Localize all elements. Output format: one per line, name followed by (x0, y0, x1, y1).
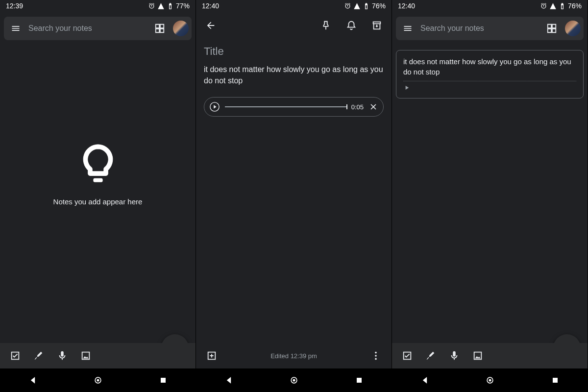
status-battery-pct: 76% (372, 2, 386, 10)
signal-icon (353, 2, 361, 10)
alarm-icon (344, 2, 351, 10)
nav-recent-icon[interactable] (550, 375, 560, 385)
profile-avatar[interactable] (565, 21, 581, 36)
svg-rect-0 (93, 178, 102, 182)
search-placeholder: Search your notes (420, 24, 539, 33)
pane-notes-empty: 12:39 77% Search your notes Notes you ad… (0, 0, 196, 392)
battery-icon (167, 2, 174, 10)
play-icon[interactable] (209, 101, 220, 112)
lightbulb-icon (78, 144, 118, 188)
grid-view-icon[interactable] (546, 23, 557, 34)
search-bar[interactable]: Search your notes (396, 17, 584, 40)
nav-home-icon[interactable] (289, 375, 299, 385)
checklist-button[interactable] (5, 345, 25, 366)
editor-body[interactable]: Title it does not matter how slowly you … (196, 39, 392, 343)
battery-icon (363, 2, 370, 10)
status-bar: 12:39 77% (0, 0, 196, 12)
play-small-icon (403, 84, 410, 91)
status-icons: 76% (540, 2, 582, 10)
status-icons: 77% (148, 2, 190, 10)
svg-point-11 (375, 358, 377, 360)
status-battery-pct: 76% (568, 2, 582, 10)
status-icons: 76% (344, 2, 386, 10)
pane-notes-list: 12:40 76% Search your notes it does not … (392, 0, 588, 392)
voice-note-button[interactable] (52, 345, 73, 366)
archive-button[interactable] (366, 15, 388, 36)
nav-recent-icon[interactable] (354, 375, 364, 385)
alarm-icon (540, 2, 547, 10)
image-note-button[interactable] (75, 345, 96, 366)
note-card-audio-indicator (403, 81, 576, 93)
status-bar: 12:40 76% (392, 0, 588, 12)
battery-icon (559, 2, 566, 10)
image-note-button[interactable] (467, 345, 488, 366)
draw-button[interactable] (28, 345, 49, 366)
notes-scroll-area: it does not matter how slowly you go as … (392, 45, 588, 343)
signal-icon (157, 2, 165, 10)
svg-point-9 (375, 352, 377, 354)
svg-rect-7 (161, 378, 166, 383)
draw-button[interactable] (420, 345, 441, 366)
edited-timestamp: Edited 12:39 pm (270, 352, 317, 360)
back-button[interactable] (200, 15, 221, 36)
nav-recent-icon[interactable] (158, 375, 168, 385)
status-bar: 12:40 76% (196, 0, 392, 12)
note-card-text: it does not matter how slowly you go as … (403, 56, 576, 77)
status-time: 12:40 (398, 2, 415, 10)
android-navbar (392, 368, 588, 392)
alarm-icon (148, 2, 155, 10)
android-navbar (196, 368, 392, 392)
nav-home-icon[interactable] (93, 375, 103, 385)
svg-point-20 (489, 379, 491, 382)
empty-message: Notes you add appear here (53, 197, 143, 206)
nav-back-icon[interactable] (224, 375, 234, 385)
bottom-action-bar (0, 343, 196, 368)
note-card[interactable]: it does not matter how slowly you go as … (396, 50, 584, 98)
empty-state: Notes you add appear here (0, 25, 196, 323)
svg-rect-21 (553, 378, 558, 383)
android-navbar (0, 368, 196, 392)
reminder-button[interactable] (341, 15, 362, 36)
pane-note-editor: 12:40 76% Title it does not matter how s… (196, 0, 392, 392)
bottom-action-bar (392, 343, 588, 368)
voice-note-button[interactable] (444, 345, 465, 366)
svg-rect-14 (357, 378, 362, 383)
editor-toolbar (196, 12, 392, 39)
audio-clip: 0:05 (204, 97, 384, 117)
checklist-button[interactable] (397, 345, 417, 366)
nav-back-icon[interactable] (420, 375, 430, 385)
nav-back-icon[interactable] (28, 375, 38, 385)
status-time: 12:40 (202, 2, 219, 10)
add-attachment-button[interactable] (203, 347, 220, 365)
signal-icon (549, 2, 557, 10)
title-input[interactable]: Title (204, 41, 384, 62)
hamburger-icon[interactable] (403, 24, 413, 33)
audio-progress[interactable] (225, 106, 346, 107)
pin-button[interactable] (315, 15, 337, 36)
audio-duration: 0:05 (351, 103, 364, 111)
nav-home-icon[interactable] (485, 375, 495, 385)
editor-bottom-bar: Edited 12:39 pm (196, 343, 392, 368)
note-body-text[interactable]: it does not matter how slowly you go as … (204, 62, 384, 88)
overflow-menu-button[interactable] (367, 347, 385, 365)
status-battery-pct: 77% (176, 2, 190, 10)
svg-point-13 (293, 379, 295, 382)
svg-point-6 (97, 379, 99, 382)
delete-audio-icon[interactable] (368, 102, 378, 112)
svg-point-10 (375, 355, 377, 357)
status-time: 12:39 (6, 2, 23, 10)
